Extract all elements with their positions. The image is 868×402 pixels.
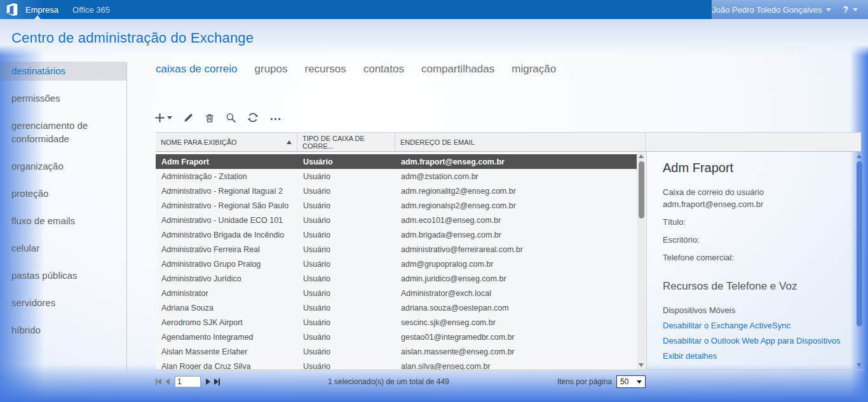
row-type: Usuário [297,245,395,254]
row-email: adm.fraport@enseg.com.br [395,157,637,166]
edit-button[interactable] [183,112,194,123]
scroll-down-icon[interactable] [639,363,644,367]
nav-empresa[interactable]: Empresa [25,5,58,15]
table-row[interactable]: Aislan Massente Erlaher Usuário aislan.m… [156,344,637,359]
row-email: adm@zstation.com.br [395,172,637,181]
row-email: Administrator@exch.local [395,289,637,298]
link-disable-activesync[interactable]: Desabilitar o Exchange ActiveSync [663,321,853,330]
table-row[interactable]: Administrativo Brigada de Incêndio Usuár… [156,227,637,242]
row-email: adm.regionalsp2@enseg.com.br [395,201,637,210]
chevron-down-icon [637,380,642,384]
tab-recursos[interactable]: recursos [305,63,346,76]
first-page-icon [157,379,161,385]
row-email: adm.brigada@enseg.com.br [395,231,637,239]
row-name: Alan Roger da Cruz Silva [156,362,297,370]
sidebar: destinatários permissões gerenciamento d… [0,62,127,375]
sidebar-item-hibrido[interactable]: híbrido [0,321,126,340]
table-row[interactable]: Alan Roger da Cruz Silva Usuário alan.si… [156,359,637,370]
search-button[interactable] [226,112,236,123]
next-page-button[interactable] [206,379,210,385]
next-page-icon [206,379,210,385]
table-row[interactable]: Administrator Usuário Administrator@exch… [156,286,637,300]
table-row[interactable]: Administração - Zstation Usuário adm@zst… [156,169,637,184]
row-name: Administrativo - Regional Itaguaí 2 [156,187,297,196]
list-scrollbar[interactable] [637,152,646,370]
table-row[interactable]: Aerodromo SJK Airport Usuário sescinc.sj… [156,315,637,330]
scrollbar-thumb[interactable] [639,161,644,218]
topbar-right: João Pedro Toledo Gonçalves ? [712,0,868,19]
help-menu[interactable]: ? [843,4,858,15]
table-row[interactable]: Administrativo - Regional Itaguaí 2 Usuá… [156,184,637,198]
delete-button[interactable] [205,112,215,123]
first-page-button[interactable] [156,379,161,385]
details-email: adm.fraport@enseg.com.br [663,198,853,210]
table-row[interactable]: Administrativo Jurídico Usuário admin.ju… [156,271,637,286]
table-row[interactable]: Administrativo Ferreira Real Usuário adm… [156,242,637,257]
column-header-blank [646,133,861,151]
chevron-down-icon [826,8,831,11]
row-type: Usuário [297,260,395,269]
row-type: Usuário [297,201,395,210]
scroll-down-icon[interactable] [857,363,862,367]
row-name: Administrativo Jurídico [156,274,297,283]
table-row[interactable]: Administrativo - Regional São Paulo Usuá… [156,198,637,213]
link-view-details[interactable]: Exibir detalhes [663,351,853,361]
mailbox-rows: Adm Fraport Usuário adm.fraport@enseg.co… [156,152,637,370]
office-logo-icon[interactable] [5,3,19,17]
tab-compartilhadas[interactable]: compartilhadas [421,63,494,76]
row-name: Adriana Souza [156,304,297,312]
sidebar-item-organizacao[interactable]: organização [0,157,126,176]
ellipsis-icon [269,112,282,123]
page-number-input[interactable] [175,376,201,387]
table-row[interactable]: Adm Fraport Usuário adm.fraport@enseg.co… [156,154,637,169]
last-page-button[interactable] [214,379,220,385]
items-per-page-value: 50 [620,377,628,386]
row-name: Administrator [156,289,297,298]
sidebar-item-celular[interactable]: celular [0,239,126,258]
row-email: administrativo@ferreirareal.com.br [395,245,637,254]
table-header: NOME PARA EXIBIÇÃO TIPO DE CAIXA DE CORR… [156,132,861,152]
new-button[interactable] [154,112,172,123]
more-button[interactable] [269,112,282,123]
tab-grupos[interactable]: grupos [255,63,288,76]
details-scrollbar[interactable] [855,152,864,370]
refresh-button[interactable] [247,112,259,123]
tab-caixas-de-correio[interactable]: caixas de correio [156,63,238,76]
scroll-up-icon[interactable] [639,154,644,158]
row-type: Usuário [297,157,395,166]
chevron-down-icon [167,116,172,119]
table-row[interactable]: Administrativo Grupo Pralog Usuário adm@… [156,257,637,271]
row-name: Administrativo Brigada de Incêndio [156,231,297,239]
scroll-up-icon[interactable] [857,154,862,158]
pencil-icon [183,112,194,123]
previous-page-icon [165,379,170,385]
sidebar-item-permissoes[interactable]: permissões [0,89,126,108]
details-section-phone-voice: Recursos de Telefone e Voz [663,280,853,293]
previous-page-button[interactable] [165,379,170,385]
tab-migracao[interactable]: migração [512,63,556,76]
details-field-escritorio: Escritório: [663,234,853,246]
table-row[interactable]: Administrativo - Unidade ECO 101 Usuário… [156,213,637,227]
sidebar-item-servidores[interactable]: servidores [0,293,126,312]
user-menu[interactable]: João Pedro Toledo Gonçalves [712,5,831,15]
tab-contatos[interactable]: contatos [363,63,404,76]
sidebar-item-destinatarios[interactable]: destinatários [0,62,126,81]
row-name: Administrativo - Unidade ECO 101 [156,216,297,225]
topbar-nav: Empresa Office 365 [25,5,110,15]
column-header-email[interactable]: ENDEREÇO DE EMAIL [395,133,646,151]
column-header-tipo[interactable]: TIPO DE CAIXA DE CORRE... [297,133,395,151]
row-name: Administração - Zstation [156,172,297,181]
table-row[interactable]: Agendamento Integramed Usuário gestao01@… [156,330,637,344]
row-email: sescinc.sjk@enseg.com.br [395,318,637,327]
column-header-nome[interactable]: NOME PARA EXIBIÇÃO [156,133,297,151]
link-disable-owa-devices[interactable]: Desabilitar o Outlook Web App para Dispo… [663,336,853,345]
sidebar-item-protecao[interactable]: proteção [0,184,126,203]
table-row[interactable]: Adriana Souza Usuário adriana.souza@oest… [156,300,637,315]
items-per-page-select[interactable]: 50 [616,375,646,388]
sidebar-item-fluxo-de-emails[interactable]: fluxo de emails [0,211,126,231]
sidebar-item-pastas-publicas[interactable]: pastas públicas [0,266,126,285]
nav-office365[interactable]: Office 365 [72,5,110,15]
sidebar-item-gerenciamento-conformidade[interactable]: gerenciamento de conformidade [0,116,126,149]
row-name: Adm Fraport [156,157,297,166]
scrollbar-thumb[interactable] [857,161,862,326]
